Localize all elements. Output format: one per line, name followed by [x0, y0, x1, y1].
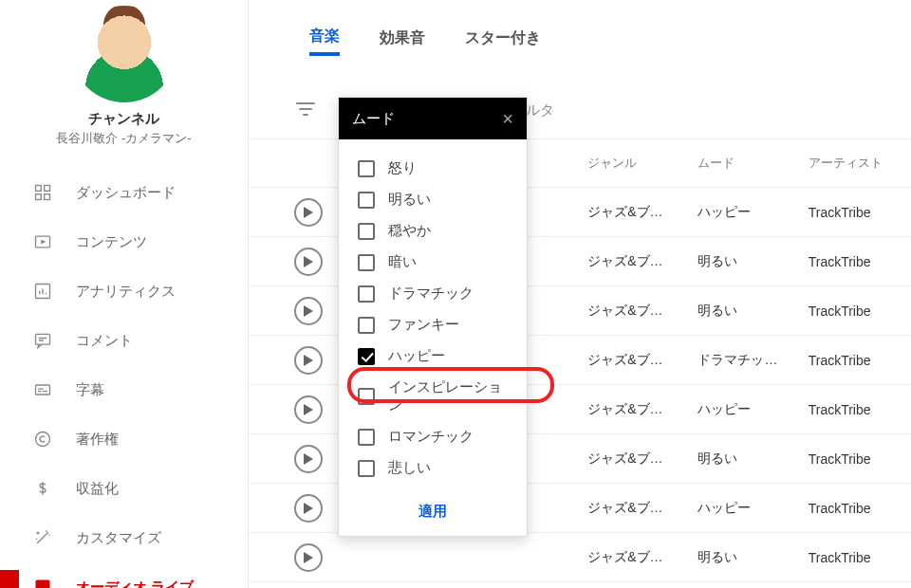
popup-header: ムード × [339, 98, 527, 139]
cell-genre: ジャズ&ブ… [587, 253, 697, 270]
sidebar-item-7[interactable]: カスタマイズ [0, 513, 248, 562]
play-button[interactable] [294, 297, 323, 325]
checkbox-icon[interactable] [358, 254, 375, 271]
cell-artist: TrackTribe [809, 205, 911, 220]
cell-genre: ジャズ&ブ… [587, 401, 697, 418]
header-artist[interactable]: アーティスト [809, 155, 911, 172]
cell-genre: ジャズ&ブ… [587, 352, 697, 369]
mood-option-label: 穏やか [388, 222, 431, 240]
sidebar: チャンネル 長谷川敬介 -カメラマン- ダッシュボードコンテンツアナリティクスコ… [0, 0, 249, 588]
tab-sfx[interactable]: 効果音 [380, 28, 425, 54]
play-button[interactable] [294, 198, 323, 227]
play-button[interactable] [294, 445, 323, 473]
cell-genre: ジャズ&ブ… [587, 303, 697, 320]
close-icon[interactable]: × [502, 109, 513, 128]
mood-option-5[interactable]: ファンキー [339, 309, 527, 340]
tab-bar: 音楽 効果音 スター付き [249, 0, 911, 82]
mood-option-2[interactable]: 穏やか [339, 215, 527, 247]
cell-artist: TrackTribe [809, 501, 911, 516]
play-button[interactable] [294, 543, 323, 572]
checkbox-icon[interactable] [358, 429, 375, 446]
sidebar-item-3[interactable]: コメント [0, 316, 248, 365]
checkbox-icon[interactable] [358, 192, 375, 209]
cell-mood: 明るい [697, 549, 808, 566]
cell-artist: TrackTribe [809, 254, 911, 269]
cell-artist: TrackTribe [809, 303, 911, 319]
mood-option-label: ドラマチック [388, 285, 474, 303]
mood-option-8[interactable]: ロマンチック [339, 421, 527, 452]
checkbox-icon[interactable] [358, 160, 375, 177]
mood-option-6[interactable]: ハッピー [339, 340, 527, 372]
sidebar-item-label: オーディオ ライブ [76, 579, 194, 589]
mood-filter-popup: ムード × 怒り明るい穏やか暗いドラマチックファンキーハッピーインスピレーション… [338, 97, 528, 537]
audio-icon [32, 577, 53, 588]
sidebar-item-label: アナリティクス [76, 283, 176, 301]
mood-option-9[interactable]: 悲しい [339, 452, 527, 484]
comment-icon [32, 330, 53, 351]
tab-starred[interactable]: スター付き [465, 28, 541, 54]
cell-genre: ジャズ&ブ… [587, 204, 697, 221]
svg-rect-2 [36, 194, 42, 200]
checkbox-icon[interactable] [358, 223, 375, 240]
play-button[interactable] [294, 248, 323, 276]
mood-option-label: 怒り [388, 159, 417, 177]
mood-option-label: インスピレーション [388, 378, 508, 414]
filter-icon[interactable] [294, 98, 317, 123]
table-row[interactable]: ジャズ&ブ…明るいTrackTribe [249, 533, 911, 582]
sidebar-item-1[interactable]: コンテンツ [0, 217, 248, 266]
mood-option-label: ハッピー [388, 347, 445, 365]
mood-option-3[interactable]: 暗い [339, 247, 527, 278]
sidebar-item-2[interactable]: アナリティクス [0, 266, 248, 316]
cell-mood: ドラマチッ… [697, 352, 808, 369]
mood-option-7[interactable]: インスピレーション [339, 372, 527, 421]
sidebar-item-5[interactable]: 著作権 [0, 414, 248, 464]
play-box-icon [32, 231, 53, 252]
sidebar-item-label: コメント [76, 332, 133, 350]
popup-title: ムード [352, 110, 395, 128]
header-genre[interactable]: ジャンル [587, 155, 697, 172]
play-button[interactable] [294, 494, 323, 523]
mood-option-0[interactable]: 怒り [339, 153, 527, 184]
cell-mood: ハッピー [697, 401, 808, 418]
checkbox-icon[interactable] [358, 285, 375, 303]
mood-option-1[interactable]: 明るい [339, 184, 527, 215]
cell-mood: 明るい [697, 450, 808, 468]
cell-mood: ハッピー [697, 204, 808, 221]
cell-artist: TrackTribe [809, 353, 911, 368]
svg-rect-9 [36, 580, 50, 589]
cell-mood: 明るい [697, 303, 808, 320]
avatar[interactable] [73, 6, 176, 102]
svg-point-8 [36, 432, 50, 447]
mood-option-label: ファンキー [388, 316, 459, 334]
svg-rect-1 [45, 186, 50, 192]
popup-option-list: 怒り明るい穏やか暗いドラマチックファンキーハッピーインスピレーションロマンチック… [339, 139, 527, 489]
checkbox-icon[interactable] [358, 460, 375, 477]
sidebar-item-4[interactable]: 字幕 [0, 365, 248, 414]
channel-title: チャンネル [0, 110, 248, 128]
sidebar-nav: ダッシュボードコンテンツアナリティクスコメント字幕著作権収益化カスタマイズオーデ… [0, 168, 248, 588]
play-button[interactable] [294, 395, 323, 424]
svg-rect-6 [36, 334, 50, 344]
wand-icon [32, 527, 53, 548]
sidebar-item-label: 字幕 [76, 381, 104, 399]
tab-music[interactable]: 音楽 [309, 27, 340, 56]
mood-option-label: 悲しい [388, 459, 431, 477]
play-button[interactable] [294, 346, 323, 375]
header-mood[interactable]: ムード [697, 155, 808, 172]
cell-artist: TrackTribe [809, 402, 911, 417]
apply-button[interactable]: 適用 [339, 489, 527, 536]
checkbox-icon[interactable] [358, 348, 375, 365]
sidebar-item-8[interactable]: オーディオ ライブ [0, 562, 248, 588]
checkbox-icon[interactable] [358, 388, 375, 405]
cell-artist: TrackTribe [809, 451, 911, 467]
cell-artist: TrackTribe [809, 550, 911, 565]
cell-mood: 明るい [697, 253, 808, 270]
checkbox-icon[interactable] [358, 317, 375, 334]
channel-subtitle: 長谷川敬介 -カメラマン- [0, 130, 248, 147]
sidebar-item-6[interactable]: 収益化 [0, 464, 248, 513]
mood-option-4[interactable]: ドラマチック [339, 278, 527, 309]
sidebar-item-0[interactable]: ダッシュボード [0, 168, 248, 217]
cell-mood: ハッピー [697, 500, 808, 517]
bar-chart-icon [32, 281, 53, 302]
channel-info: チャンネル 長谷川敬介 -カメラマン- [0, 110, 248, 147]
